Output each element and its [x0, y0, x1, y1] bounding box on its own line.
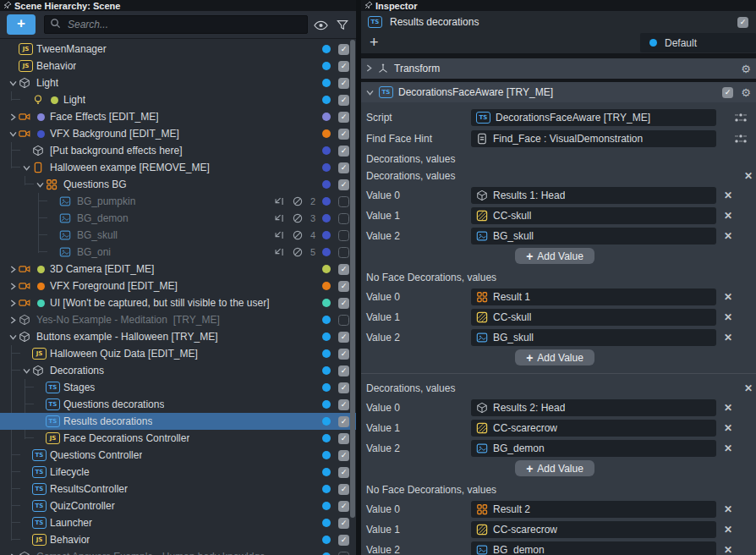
visibility-checkbox[interactable] — [338, 230, 349, 241]
search-input[interactable] — [66, 18, 302, 31]
layer-dot[interactable] — [322, 129, 331, 138]
visibility-checkbox[interactable]: ✓ — [338, 298, 349, 309]
visibility-checkbox[interactable] — [338, 247, 349, 258]
visibility-checkbox[interactable]: ✓ — [338, 162, 349, 173]
expand-arrow-down[interactable] — [7, 334, 19, 340]
layer-dot[interactable] — [322, 45, 331, 53]
visibility-checkbox[interactable]: ✓ — [338, 61, 349, 72]
tree-row[interactable]: JSHalloween Quiz Data [EDIT_ME]✓ — [0, 345, 356, 362]
expand-arrow-right[interactable] — [7, 266, 19, 273]
visibility-checkbox[interactable]: ✓ — [338, 535, 349, 546]
tree-row[interactable]: TSQuizController✓ — [0, 497, 356, 514]
tree-row[interactable]: BG_pumpkin2 — [0, 193, 356, 210]
visibility-checkbox[interactable]: ✓ — [338, 281, 349, 292]
layer-dot[interactable] — [322, 434, 331, 442]
remove-value-button[interactable]: ✕ — [724, 311, 732, 323]
layer-dot[interactable] — [322, 485, 331, 493]
value-field[interactable]: Result 1 — [471, 288, 716, 305]
value-field[interactable]: BG_demon — [471, 440, 716, 457]
layer-dot[interactable] — [322, 214, 331, 223]
add-value-button[interactable]: +Add Value — [515, 460, 594, 476]
visibility-checkbox[interactable]: ✓ — [338, 44, 349, 55]
layer-dot[interactable] — [322, 349, 331, 358]
layer-dot[interactable] — [322, 536, 331, 544]
tree-row[interactable]: JSBehavior✓ — [0, 531, 356, 548]
visibility-checkbox[interactable]: ✓ — [338, 179, 349, 190]
remove-value-button[interactable]: ✕ — [724, 524, 732, 536]
remove-group-button[interactable]: ✕ — [744, 380, 753, 397]
tree-row[interactable]: VFX Background [EDIT_ME]✓ — [0, 125, 356, 142]
remove-value-button[interactable]: ✕ — [724, 230, 732, 242]
value-field[interactable]: CC-skull — [471, 207, 716, 224]
tree-row[interactable]: TSLifecycle✓ — [0, 464, 356, 481]
layer-dot[interactable] — [322, 248, 331, 256]
tree-row[interactable]: Light✓ — [0, 74, 356, 91]
tree-row[interactable]: Light✓ — [0, 91, 356, 108]
add-value-button[interactable]: +Add Value — [515, 248, 594, 264]
gear-icon[interactable]: ⚙ — [741, 86, 751, 99]
add-value-button[interactable]: +Add Value — [515, 349, 594, 365]
add-component-button[interactable]: + — [370, 33, 379, 52]
value-field[interactable]: Result 2 — [471, 501, 716, 518]
visibility-checkbox[interactable]: ✓ — [338, 332, 349, 343]
value-field[interactable]: CC-scarecrow — [471, 420, 716, 437]
layer-dot[interactable] — [322, 265, 331, 273]
value-field[interactable]: CC-scarecrow — [471, 521, 716, 538]
visibility-checkbox[interactable]: ✓ — [338, 501, 349, 512]
layer-dot[interactable] — [322, 79, 331, 87]
remove-value-button[interactable]: ✕ — [724, 332, 732, 343]
layer-dot[interactable] — [322, 417, 331, 426]
value-field[interactable]: CC-skull — [471, 309, 716, 326]
visibility-checkbox[interactable]: ✓ — [338, 484, 349, 495]
layer-dot[interactable] — [322, 197, 331, 206]
tree-row[interactable]: BG_skull4 — [0, 227, 356, 244]
visibility-checkbox[interactable]: ✓ — [338, 450, 349, 461]
visibility-checkbox[interactable]: ✓ — [338, 399, 349, 410]
tree-row[interactable]: Buttons example - Halloween [TRY_ME]✓ — [0, 328, 356, 345]
remove-value-button[interactable]: ✕ — [724, 402, 732, 414]
value-field[interactable]: BG_skull — [471, 329, 716, 346]
visibility-checkbox[interactable]: ✓ — [338, 129, 349, 140]
tree-row[interactable]: JSTweenManager✓ — [0, 41, 356, 58]
tree-row[interactable]: TSResultsController✓ — [0, 481, 356, 497]
chevron-down-icon[interactable] — [366, 86, 374, 98]
tree-row[interactable]: TSLauncher✓ — [0, 514, 356, 531]
visibility-checkbox[interactable]: ✓ — [338, 146, 349, 157]
object-picker-icon[interactable] — [734, 133, 748, 148]
scrollbar-thumb[interactable] — [350, 40, 355, 518]
layer-dot[interactable] — [322, 332, 331, 341]
visibility-checkbox[interactable]: ✓ — [338, 467, 349, 478]
expand-arrow-down[interactable] — [20, 165, 32, 171]
component-enabled-checkbox[interactable]: ✓ — [722, 87, 733, 98]
layer-dot[interactable] — [322, 383, 331, 392]
tree-row[interactable]: UI [Won't be captured, but still visible… — [0, 294, 356, 311]
pin-icon[interactable] — [3, 1, 12, 11]
tree-row[interactable]: VFX Foreground [EDIT_ME]✓ — [0, 278, 356, 294]
layer-dot[interactable] — [322, 468, 331, 476]
visibility-checkbox[interactable] — [338, 213, 349, 224]
layer-dot[interactable] — [322, 163, 331, 172]
pin-icon[interactable] — [364, 1, 373, 11]
expand-arrow-right[interactable] — [7, 283, 19, 290]
tree-row[interactable]: Yes-No Example - Meditation [TRY_ME] — [0, 311, 356, 328]
gear-icon[interactable]: ⚙ — [741, 63, 751, 75]
eye-icon[interactable] — [314, 19, 328, 34]
tree-row[interactable]: 3D Camera [EDIT_ME]✓ — [0, 261, 356, 278]
layer-dot[interactable] — [322, 366, 331, 375]
visibility-checkbox[interactable]: ✓ — [338, 382, 349, 393]
layer-dot[interactable] — [322, 113, 331, 121]
remove-value-button[interactable]: ✕ — [724, 503, 732, 515]
property-field[interactable]: Find_Face : VisualDemonstration — [471, 130, 716, 147]
layer-dot[interactable] — [322, 299, 331, 307]
chevron-right-icon[interactable] — [366, 63, 372, 74]
add-object-button[interactable]: + — [7, 14, 36, 35]
visibility-checkbox[interactable] — [338, 315, 349, 326]
visibility-checkbox[interactable] — [338, 552, 349, 555]
expand-arrow-right[interactable] — [7, 316, 19, 324]
scrollbar[interactable] — [350, 39, 355, 553]
tree-row[interactable]: Face Effects [EDIT_ME]✓ — [0, 108, 356, 125]
transform-section-header[interactable]: Transform ⚙ — [361, 58, 756, 79]
layer-dot[interactable] — [322, 400, 331, 409]
layer-dot[interactable] — [322, 519, 331, 527]
tree-row[interactable]: [Put background effects here]✓ — [0, 142, 356, 159]
